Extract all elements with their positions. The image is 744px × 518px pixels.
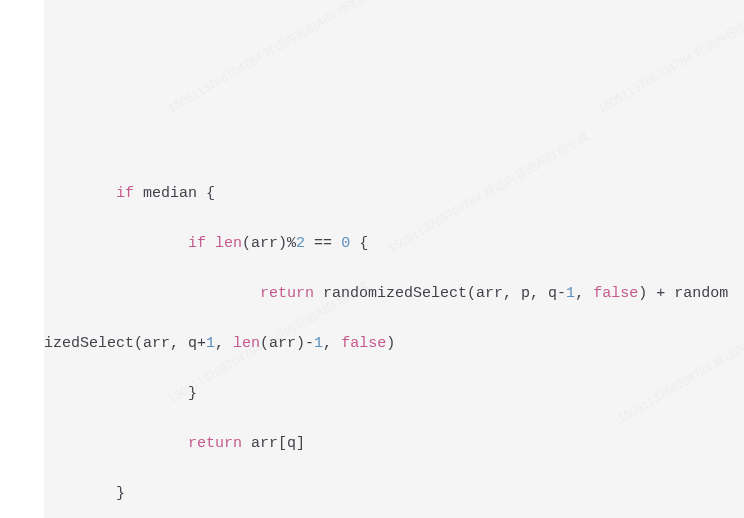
code-line: return arr[q]	[44, 431, 744, 456]
code-line: if len(arr)%2 == 0 {	[44, 231, 744, 256]
code-line: return randomizedSelect(arr, p, q-1, fal…	[44, 281, 744, 306]
watermark: 1505113766704784 对话内容由AI自动生成	[613, 294, 744, 430]
code-line: }	[44, 481, 744, 506]
code-block: 1505113766704784 对话内容由AI自动生成 15051137667…	[44, 0, 744, 518]
code-line: }	[44, 381, 744, 406]
code-line: izedSelect(arr, q+1, len(arr)-1, false)	[44, 331, 744, 356]
code-line: if median {	[44, 181, 744, 206]
watermark: 1505113766704784 对话内容由AI自动生成	[163, 0, 374, 121]
watermark: 1505113766704784 对话内容由AI自动生成	[593, 0, 744, 121]
